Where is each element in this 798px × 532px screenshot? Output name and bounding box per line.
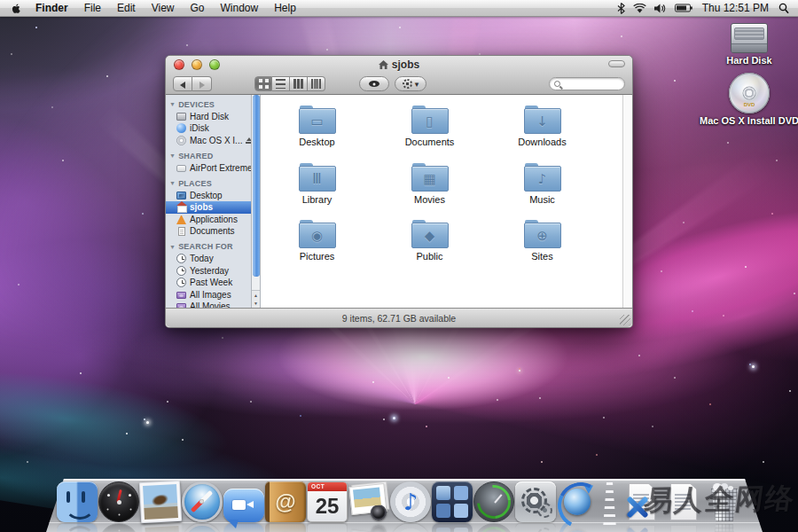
sidebar-item-today[interactable]: Today — [166, 253, 251, 265]
sidebar-item-all-images[interactable]: All Images — [166, 289, 251, 301]
dock-system-preferences-icon[interactable] — [515, 481, 556, 522]
title-bar[interactable]: sjobs — [166, 56, 632, 73]
file-list-area[interactable]: ▭Desktop ▯Documents ↓Downloads ⅢLibrary … — [261, 95, 622, 308]
dock-safari-icon[interactable] — [182, 481, 223, 522]
dock-finder-icon[interactable] — [57, 481, 98, 522]
file-sites[interactable]: ⊕Sites — [486, 217, 598, 275]
folder-icon: ▭ — [299, 106, 336, 134]
sidebar-section-shared[interactable]: ▼SHARED — [166, 150, 251, 162]
quick-look-button[interactable] — [359, 76, 389, 91]
menu-item-file[interactable]: File — [76, 0, 109, 17]
status-bar: 9 items, 62.71 GB available — [166, 308, 632, 327]
resize-grip[interactable] — [620, 315, 630, 325]
dock-mail-icon[interactable] — [139, 481, 182, 523]
sidebar-section-places[interactable]: ▼PLACES — [166, 177, 251, 190]
airport-icon — [176, 165, 186, 172]
view-as-columns-button[interactable] — [290, 76, 308, 91]
ical-day: 25 — [308, 491, 347, 521]
optical-disc-icon — [176, 136, 186, 145]
finder-window: sjobs ▾ ▼DEVICES Hard Disk iDisk — [165, 55, 633, 328]
bright-star — [393, 417, 395, 419]
sidebar-scrollbar-thumb[interactable] — [253, 95, 260, 277]
desktop-icon-hard-disk[interactable]: Hard Disk — [696, 23, 798, 66]
bright-star — [519, 370, 520, 372]
file-downloads[interactable]: ↓Downloads — [486, 103, 598, 160]
menu-item-window[interactable]: Window — [213, 0, 267, 17]
sidebar-item-yesterday[interactable]: Yesterday — [166, 265, 251, 278]
video-camera-icon — [246, 501, 254, 508]
file-documents[interactable]: ▯Documents — [373, 103, 486, 160]
view-as-icons-button[interactable] — [254, 76, 272, 91]
folder-icon: ▯ — [411, 106, 449, 134]
desktop-icon-install-dvd[interactable]: DVD Mac OS X Install DVD — [696, 73, 798, 126]
clock-icon — [176, 278, 186, 287]
volume-icon[interactable] — [654, 4, 667, 13]
dvd-disc-icon: DVD — [729, 73, 770, 113]
dock-ical-icon[interactable]: OCT25 — [307, 481, 348, 522]
file-movies[interactable]: ▦Movies — [373, 160, 486, 218]
forward-button[interactable] — [192, 76, 212, 91]
home-icon — [379, 60, 388, 69]
sidebar-item-past-week[interactable]: Past Week — [166, 277, 251, 289]
folder-icon: ▦ — [411, 163, 449, 192]
view-mode-segmented-control — [254, 76, 325, 91]
menu-item-edit[interactable]: Edit — [109, 0, 144, 17]
search-field[interactable] — [549, 77, 625, 90]
menu-item-go[interactable]: Go — [183, 0, 213, 17]
apple-menu-icon[interactable] — [11, 3, 22, 14]
file-public[interactable]: ◆Public — [373, 217, 486, 275]
dock-iphoto-icon[interactable] — [348, 481, 389, 522]
folder-icon: ◆ — [411, 220, 449, 248]
menu-item-finder[interactable]: Finder — [27, 0, 76, 17]
desktop-icon-label: Mac OS X Install DVD — [696, 115, 798, 126]
sidebar-section-search-for[interactable]: ▼SEARCH FOR — [166, 241, 251, 254]
sidebar-item-install-dvd[interactable]: Mac OS X I... — [166, 135, 251, 147]
menu-item-help[interactable]: Help — [266, 0, 304, 17]
arrow-icon — [583, 481, 596, 494]
folder-icon: Ⅲ — [299, 163, 336, 192]
file-desktop[interactable]: ▭Desktop — [261, 103, 373, 160]
clock-icon — [176, 254, 186, 263]
bright-star — [752, 365, 755, 368]
file-pictures[interactable]: ◉Pictures — [261, 217, 373, 275]
camera-lens-icon — [371, 505, 387, 520]
folder-icon: ⊕ — [524, 220, 561, 248]
window-chrome[interactable]: sjobs ▾ — [166, 56, 632, 95]
applications-icon — [176, 215, 186, 224]
view-as-list-button[interactable] — [272, 76, 290, 91]
sidebar-item-all-movies[interactable]: All Movies — [166, 301, 251, 308]
sidebar-item-idisk[interactable]: iDisk — [166, 122, 251, 135]
sidebar-scrollbar-arrows[interactable]: ▲▼ — [252, 290, 260, 308]
document-icon — [178, 227, 185, 236]
sidebar-item-sjobs[interactable]: sjobs — [166, 201, 251, 214]
dock-itunes-icon[interactable] — [390, 481, 431, 522]
sidebar-item-applications[interactable]: Applications — [166, 214, 251, 226]
toolbar-toggle-button[interactable] — [608, 60, 625, 67]
view-as-coverflow-button[interactable] — [308, 76, 325, 91]
sidebar-scrollbar[interactable]: ▲▼ — [252, 95, 261, 308]
sidebar-section-devices[interactable]: ▼DEVICES — [166, 98, 251, 111]
battery-icon[interactable] — [675, 4, 692, 12]
menu-bar-clock[interactable]: Thu 12:51 PM — [700, 2, 771, 14]
search-icon — [554, 81, 560, 87]
sidebar-item-documents[interactable]: Documents — [166, 225, 251, 238]
menu-item-view[interactable]: View — [144, 0, 183, 17]
dock-dashboard-icon[interactable] — [98, 481, 139, 522]
clock-icon — [176, 266, 186, 276]
sidebar-item-hard-disk[interactable]: Hard Disk — [166, 111, 251, 123]
vertical-scrollbar[interactable] — [622, 95, 632, 308]
dock-spaces-icon[interactable] — [432, 481, 473, 522]
action-menu-button[interactable]: ▾ — [395, 76, 426, 91]
back-button[interactable] — [173, 76, 192, 91]
file-library[interactable]: ⅢLibrary — [261, 160, 373, 218]
dock-time-machine-icon[interactable] — [473, 481, 514, 522]
wifi-icon[interactable] — [633, 4, 646, 13]
dock-address-book-icon[interactable] — [265, 481, 306, 522]
bluetooth-icon[interactable] — [617, 3, 625, 14]
file-music[interactable]: ♪Music — [486, 160, 598, 218]
dock-network-icon[interactable] — [557, 481, 598, 522]
spotlight-icon[interactable] — [778, 3, 789, 14]
sidebar-item-airport-extreme[interactable]: AirPort Extreme — [166, 162, 251, 175]
sidebar-item-desktop[interactable]: Desktop — [166, 190, 251, 202]
dock-ichat-icon[interactable] — [223, 489, 264, 522]
